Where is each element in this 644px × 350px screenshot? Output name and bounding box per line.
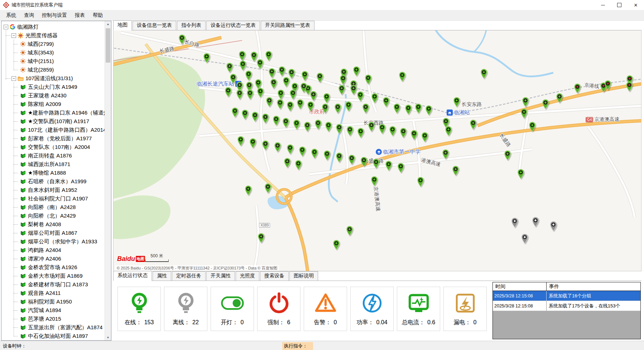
tree-item[interactable]: 烟草公司（求知中学）A1933 [1,237,111,246]
tree-item[interactable]: ★博物馆 A1888 [1,169,111,177]
tree-item-label: 彭家巷（党校后面）A1977 [28,135,92,142]
status-cards: 在线：153 离线：22 开灯：0 [113,281,490,331]
card-label: 总电流： [402,319,425,326]
device-icon [20,136,26,142]
map-tab-4[interactable]: 开关回路属性一览表 [261,21,314,30]
bottom-panel: 系统运行状态属性定时器任务开关属性光照度搜索设备图标说明 在线：153 [113,271,641,341]
scrollbar-thumb[interactable] [106,28,110,63]
tree-scrollbar[interactable]: ▲ ▼ [105,21,111,340]
tree-item[interactable]: 城中(2151) [1,57,111,65]
scrollbar-down-icon[interactable]: ▼ [105,335,111,340]
tree-item[interactable]: 107北（建新中路路口西）A2014 [1,126,111,134]
card-value: 153 [144,319,154,326]
map-tab-3[interactable]: 设备运行状态一览表 [206,21,260,30]
card-value: 0.6 [427,319,435,326]
tree-item[interactable]: 观音路 A2411 [1,289,111,297]
event-log-rows: 2025/3/28 12:15:08系统加载了16个分组2025/3/28 12… [493,291,640,311]
map-scale: 500 米 [145,253,169,262]
close-button[interactable]: ✕ [628,0,644,10]
bottom-tab-4[interactable]: 光照度 [236,271,259,281]
bottom-tab-5[interactable]: 搜索设备 [260,271,289,281]
tree-item-label: 烟草公司（求知中学）A1933 [28,238,97,245]
tree-item[interactable]: 向阳桥（南）A2428 [1,203,111,212]
tree-item[interactable]: 金桥大市场对面 A1869 [1,272,111,280]
tree-item[interactable]: 汽贸城 A1894 [1,306,111,315]
card-current: 总电流：0.6 [397,287,440,331]
event-log-row[interactable]: 2025/3/28 12:15:08系统加载了175个设备，在线153个 [493,301,640,311]
tree-item[interactable]: 社会福利院大门口 A1907 [1,194,111,203]
event-col-time: 时间 [493,282,547,291]
tree-group-0[interactable]: −光照度传感器 [1,31,111,40]
device-icon [20,282,26,288]
tree-item[interactable]: 鸿鹤路 A2404 [1,246,111,254]
tree-item-label: 陈家组 A2009 [28,101,61,108]
map-tab-1[interactable]: 设备信息一览表 [133,21,176,30]
bottom-tab-2[interactable]: 定时器任务 [172,271,206,281]
tree-item-label: 107北（建新中路路口西）A2014 [28,127,106,133]
tree-item[interactable]: 彭家巷（党校后面）A1977 [1,134,111,143]
menu-item[interactable]: 报表 [71,11,89,20]
device-icon [20,187,26,193]
tree-item-label: 福利院对面 A1950 [28,298,72,305]
map-base-layer [114,30,641,271]
minimize-button[interactable] [595,0,611,10]
map-tab-2[interactable]: 指令列表 [177,21,206,30]
main-content: −临湘路灯−光照度传感器城西(2799)城东(3543)城中(2151)城北(2… [0,21,644,341]
tree-item[interactable]: ★交警队西(107南) A1917 [1,117,111,126]
tree-item[interactable]: 金桥建材市场门口 A1873 [1,280,111,289]
tree-item[interactable]: 石咀桥（自来水）A1999 [1,177,111,186]
menu-item[interactable]: 系统 [2,11,20,20]
event-text: 系统加载了16个分组 [547,293,640,299]
tree-item[interactable]: 城西(2799) [1,40,111,48]
device-icon [20,84,26,90]
folder-icon [18,76,24,81]
tree-item[interactable]: 谭家冲 A2406 [1,254,111,263]
maximize-button[interactable] [611,0,628,10]
tree-item[interactable]: 金桥农贸市场 A1926 [1,263,111,272]
map-tab-0[interactable]: 地图 [113,20,132,30]
event-log-row[interactable]: 2025/3/28 12:15:08系统加载了16个分组 [493,291,640,301]
tree-item[interactable]: 五里派出所（富源汽配）A1874 [1,323,111,332]
menu-item[interactable]: 控制与设置 [38,11,71,20]
tree-item[interactable]: 芭茅塘 A2015 [1,315,111,323]
tree-group-1[interactable]: −107国道沿线(31/31) [1,74,111,83]
expand-collapse-box[interactable]: − [11,76,16,81]
tree-item[interactable]: 向阳桥（北）A2429 [1,212,111,220]
event-log-table[interactable]: 时间 事件 2025/3/28 12:15:08系统加载了16个分组2025/3… [492,282,641,339]
tree-item[interactable]: 城东(3543) [1,48,111,57]
bottom-tab-1[interactable]: 属性 [153,271,171,281]
tree-item[interactable]: 陈家组 A2009 [1,100,111,108]
tree-item[interactable]: 中石化加油站对面 A1897 [1,332,111,340]
tree-item-label: 城中(2151) [28,58,54,65]
tree-item[interactable]: 五尖山大门东 A1949 [1,83,111,91]
tree-root[interactable]: −临湘路灯 [1,23,111,31]
device-icon [20,299,26,305]
bottom-tab-0[interactable]: 系统运行状态 [113,271,152,281]
event-log-header: 时间 事件 [493,282,640,291]
tree-item-label: 芭茅塘 A2015 [28,316,61,322]
map-canvas[interactable]: 长白路长盛路临湘长途汽车站市政府长安西路长安东路临湘站临湘市第一中学长盛中路长盛… [113,30,641,271]
menu-item[interactable]: 帮助 [89,11,107,20]
expand-collapse-box[interactable]: − [11,33,16,38]
tree-item-label: 向阳桥（北）A2429 [28,213,76,219]
baidu-logo: Baidu 地图 [117,255,145,263]
card-alarm: 告警：0 [304,287,347,331]
expand-collapse-box[interactable]: − [4,25,8,29]
tree-item[interactable]: 自来水斜对面 A1952 [1,186,111,194]
scrollbar-up-icon[interactable]: ▲ [105,21,111,27]
tree-item[interactable]: 交警队东（107南）A2004 [1,143,111,151]
tree-item[interactable]: 福利院对面 A1950 [1,297,111,306]
menu-item[interactable]: 查询 [20,11,38,20]
device-icon [20,316,26,322]
tree-item-label: 临湘路灯 [17,24,39,30]
tree-item[interactable]: 烟草公司对面 A1867 [1,229,111,237]
tree-item-label: 自来水斜对面 A1952 [28,187,77,194]
bottom-tab-6[interactable]: 图标说明 [289,271,318,281]
bottom-tab-3[interactable]: 开关属性 [206,271,235,281]
tree-item[interactable]: 南正街转盘 A1876 [1,151,111,160]
tree-item[interactable]: ★建新中路路口东 A1946（辅道灯） [1,108,111,117]
tree-item[interactable]: 城北(2859) [1,65,111,74]
tree-item[interactable]: 梨树巷 A2408 [1,220,111,229]
tree-item[interactable]: 王家珑巷 A2430 [1,91,111,100]
tree-item[interactable]: 城西派出所A1871 [1,160,111,169]
